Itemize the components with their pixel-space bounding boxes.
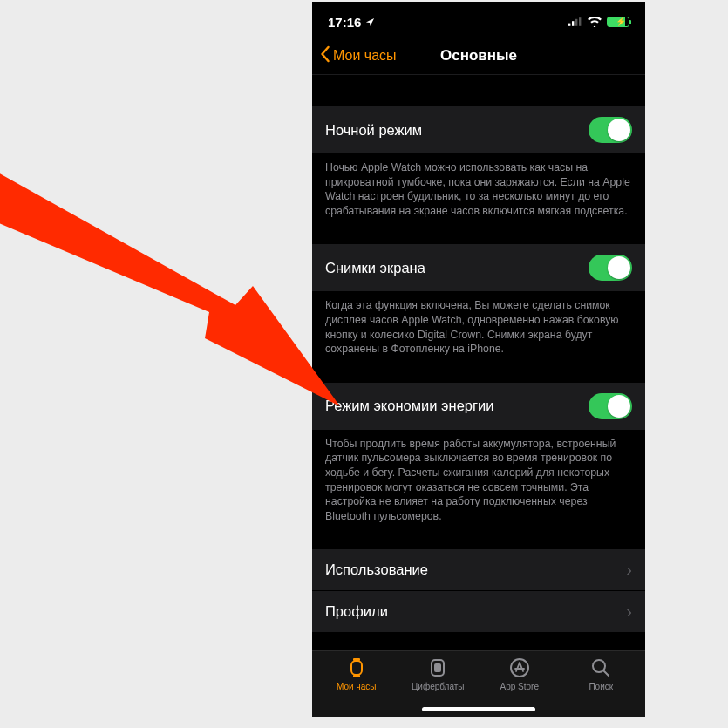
battery-icon: ⚡: [607, 17, 629, 27]
night-mode-toggle[interactable]: [589, 117, 632, 143]
status-time: 17:16: [328, 15, 361, 30]
location-icon: [365, 15, 375, 30]
wifi-icon: [588, 15, 602, 30]
usage-label: Использование: [325, 561, 619, 578]
settings-list[interactable]: Ночной режим Ночью Apple Watch можно исп…: [312, 75, 645, 650]
chevron-left-icon: [319, 45, 330, 66]
svg-line-11: [603, 670, 609, 676]
watch-icon: [346, 657, 367, 679]
profiles-label: Профили: [325, 603, 619, 620]
app-store-icon: [509, 657, 530, 679]
cellular-icon: [568, 15, 582, 30]
night-mode-row[interactable]: Ночной режим: [312, 106, 645, 154]
nav-bar: Мои часы Основные: [312, 37, 645, 75]
power-save-toggle[interactable]: [589, 393, 632, 419]
power-save-label: Режим экономии энергии: [325, 398, 589, 414]
phone-screen: 17:16 ⚡ Мои часы Основные Ночн: [312, 2, 645, 717]
chevron-right-icon: ›: [619, 602, 632, 622]
tab-search[interactable]: Поиск: [561, 657, 643, 717]
svg-marker-12: [0, 164, 340, 406]
screenshots-label: Снимки экрана: [325, 260, 589, 276]
power-save-row[interactable]: Режим экономии энергии: [312, 383, 645, 431]
search-icon: [590, 657, 611, 679]
svg-rect-6: [353, 675, 360, 677]
svg-point-9: [511, 659, 528, 677]
svg-rect-8: [434, 663, 441, 672]
screenshots-desc: Когда эта функция включена, Вы можете сд…: [312, 292, 645, 356]
home-indicator[interactable]: [422, 707, 535, 711]
svg-rect-3: [579, 17, 581, 26]
tab-label: Мои часы: [337, 682, 376, 691]
status-bar: 17:16 ⚡: [312, 2, 645, 37]
power-save-desc: Чтобы продлить время работы аккумулятора…: [312, 431, 645, 524]
page-title: Основные: [440, 47, 517, 65]
night-mode-desc: Ночью Apple Watch можно использовать как…: [312, 154, 645, 218]
tab-label: App Store: [500, 682, 539, 691]
svg-rect-4: [351, 661, 362, 675]
tab-label: Поиск: [589, 682, 613, 691]
annotation-arrow: [0, 164, 366, 460]
chevron-right-icon: ›: [619, 560, 632, 580]
back-button[interactable]: Мои часы: [312, 45, 397, 66]
screenshots-row[interactable]: Снимки экрана: [312, 244, 645, 292]
faces-icon: [427, 657, 448, 679]
svg-rect-1: [572, 21, 574, 26]
night-mode-label: Ночной режим: [325, 122, 589, 139]
svg-rect-0: [568, 23, 570, 25]
tab-bar: Мои часы Циферблаты App Store Поиск: [312, 650, 645, 717]
screenshots-toggle[interactable]: [589, 255, 632, 281]
back-label: Мои часы: [333, 48, 397, 64]
usage-row[interactable]: Использование ›: [312, 549, 645, 591]
profiles-row[interactable]: Профили ›: [312, 591, 645, 632]
tab-my-watch[interactable]: Мои часы: [316, 657, 398, 717]
svg-rect-2: [575, 18, 577, 25]
tab-label: Циферблаты: [412, 682, 465, 691]
svg-rect-5: [353, 658, 360, 661]
